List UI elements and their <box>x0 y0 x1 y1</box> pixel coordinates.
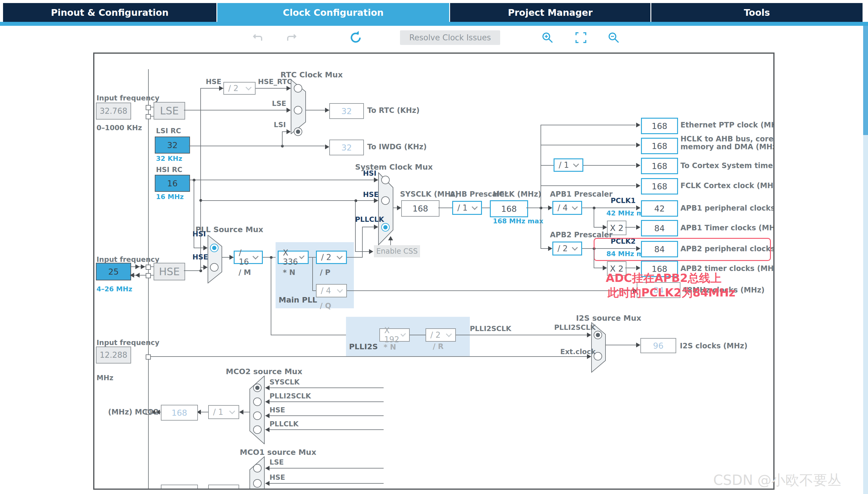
arrow <box>265 413 269 418</box>
redo-icon[interactable] <box>285 32 298 45</box>
sysclk-value: 168 <box>412 204 428 213</box>
mco2-divider-select[interactable]: / 1 <box>208 405 239 419</box>
chevron-down-icon <box>446 331 452 337</box>
connector <box>541 185 636 186</box>
scrollbar-thumb[interactable] <box>863 26 868 135</box>
to-iwdg-label: To IWDG (KHz) <box>367 142 427 151</box>
apb1-prescaler-select[interactable]: / 4 <box>552 201 582 215</box>
zoom-out-icon[interactable] <box>607 31 620 44</box>
fclk-value-box[interactable]: 168 <box>641 178 678 194</box>
to-rtc-label: To RTC (KHz) <box>367 106 419 115</box>
system-mux-radio-pllclk[interactable] <box>381 223 390 231</box>
pll-p-divider-select[interactable]: / 2 <box>316 251 347 264</box>
hclk-value: 168 <box>501 204 517 214</box>
system-mux-radio-hsi[interactable] <box>381 176 390 184</box>
connector <box>482 208 490 208</box>
connector <box>410 335 426 335</box>
to-rtc-value-box: 32 <box>329 103 364 119</box>
pclk1-label: PCLK1 <box>611 197 636 205</box>
lse-label: LSE <box>160 105 179 117</box>
pll-source-mux <box>208 235 222 283</box>
mco2-radio-sysclk[interactable] <box>253 383 262 392</box>
rtc-hse-divider-select[interactable]: / 2 <box>223 82 256 95</box>
rtc-hse-label: HSE <box>206 78 222 86</box>
sysclk-value-box[interactable]: 168 <box>401 200 439 217</box>
connector <box>593 208 594 227</box>
mco2-radio-hse[interactable] <box>253 412 262 420</box>
resolve-clock-issues-button[interactable]: Resolve Clock Issues <box>400 30 500 45</box>
connector <box>184 110 289 111</box>
arrow <box>203 265 208 270</box>
plli2s-n-multiplier-select[interactable]: X 192 <box>379 328 410 342</box>
mco2-pin-label: (MHz) MCO2 <box>108 408 159 416</box>
connector <box>541 125 636 125</box>
pin-bus-line <box>148 69 149 489</box>
chevron-down-icon <box>229 408 235 414</box>
tab-clock-configuration[interactable]: Clock Configuration <box>217 3 449 22</box>
tab-pinout-configuration[interactable]: Pinout & Configuration <box>3 3 216 22</box>
tab-project-manager[interactable]: Project Manager <box>450 3 650 22</box>
divider-value: / 2 <box>228 84 239 93</box>
reset-clock-tree-icon[interactable] <box>348 30 363 45</box>
system-mux-radio-hse[interactable] <box>381 196 390 205</box>
arrow <box>265 427 269 432</box>
arrow <box>548 205 552 210</box>
hclk-ahb-value-box[interactable]: 168 <box>641 138 678 154</box>
mco1-radio-lse[interactable] <box>253 464 262 473</box>
pll-q-divider-select[interactable]: / 4 <box>316 284 347 297</box>
cortex-timer-value-box[interactable]: 168 <box>641 158 678 174</box>
enable-css-button[interactable]: Enable CSS <box>374 245 420 257</box>
plli2sclk-out-label: PLLI2SCLK <box>470 325 511 332</box>
hse-label: HSE <box>159 266 180 278</box>
fit-to-window-icon[interactable] <box>574 31 588 44</box>
i2s-mux-title: I2S source Mux <box>576 314 641 323</box>
undo-icon[interactable] <box>251 32 265 45</box>
rtc-lsi-in-label: LSI <box>274 121 286 129</box>
lse-input-frequency-field[interactable]: 32.768 <box>96 102 131 119</box>
apb1-peripheral-label: APB1 peripheral clocks (MHz) <box>680 204 775 212</box>
hclk-value-box[interactable]: 168 <box>490 200 528 217</box>
ckin-unit-label: MHz <box>96 374 114 382</box>
arrow <box>286 129 291 134</box>
pll-m-divider-select[interactable]: / 16 <box>234 251 263 264</box>
rtc-mux-radio-lsi[interactable] <box>294 128 302 136</box>
mco2-radio-plli2sclk[interactable] <box>253 398 262 406</box>
apb2-prescaler-select[interactable]: / 2 <box>552 242 582 255</box>
divider-value: / 4 <box>321 286 331 295</box>
pll-mux-radio-hse[interactable] <box>210 263 219 271</box>
mco1-mux-title: MCO1 source Mux <box>240 448 316 457</box>
rtc-mux-radio-lse[interactable] <box>294 106 302 114</box>
chevron-down-icon <box>573 161 579 167</box>
mco1-radio-hse[interactable] <box>253 479 262 488</box>
chevron-down-icon <box>337 287 343 293</box>
clock-tree-canvas[interactable]: Input frequency 32.768 0–1000 KHz LSE HS… <box>93 53 775 490</box>
i2s-mux-radio-plli2sclk[interactable] <box>593 331 602 339</box>
chevron-down-icon <box>572 204 578 210</box>
pll-n-multiplier-select[interactable]: X 336 <box>278 251 309 264</box>
plli2s-r-divider-select[interactable]: / 2 <box>426 328 456 342</box>
cortex-prescaler-select[interactable]: / 1 <box>553 158 583 172</box>
ethernet-ptp-label: Ethernet PTP clock (MHz) <box>680 121 775 129</box>
arrow <box>325 108 329 113</box>
mco2-mux-title: MCO2 source Mux <box>226 367 302 376</box>
plli2s-n-label: * N <box>384 343 396 352</box>
tab-tools[interactable]: Tools <box>651 3 863 22</box>
arrow <box>636 343 640 347</box>
ethernet-ptp-value-box[interactable]: 168 <box>641 118 678 134</box>
hsi-freq-label: 16 MHz <box>156 193 184 201</box>
mco2-hse-label: HSE <box>269 406 285 414</box>
pll-mux-radio-hsi[interactable] <box>210 244 219 252</box>
mco2-radio-pllclk[interactable] <box>253 425 262 434</box>
pll-hse-label: HSE <box>192 253 208 261</box>
connector <box>265 430 384 430</box>
apb1-timer-value-box[interactable]: 84 <box>641 220 678 236</box>
divider-value: / 1 <box>559 160 569 170</box>
arrow <box>587 354 591 359</box>
zoom-in-icon[interactable] <box>541 31 554 44</box>
hse-input-frequency-field[interactable]: 25 <box>96 263 131 280</box>
mco1-divider-select[interactable] <box>208 484 239 490</box>
ahb-prescaler-select[interactable]: / 1 <box>452 201 482 215</box>
rtc-mux-radio-hse-rtc[interactable] <box>294 84 302 93</box>
apb1-peripheral-value-box[interactable]: 42 <box>641 200 678 217</box>
ckin-input-frequency-field[interactable]: 12.288 <box>96 346 131 363</box>
